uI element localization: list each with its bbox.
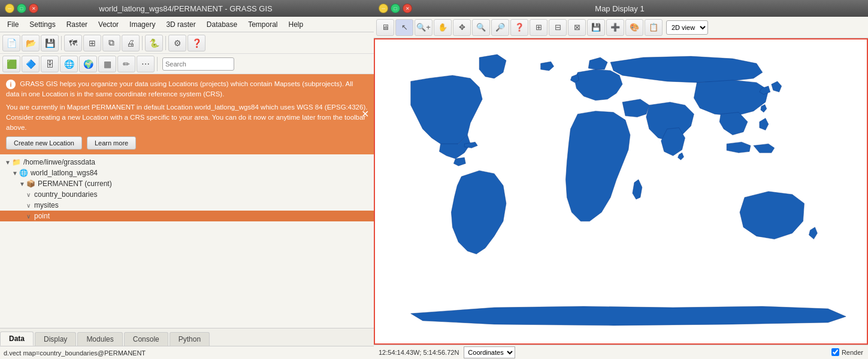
menu-temporal[interactable]: Temporal	[243, 19, 282, 30]
file-tree: ▼ 📁 /home/linwe/grassdata ▼ 🌐 world_latl…	[0, 154, 374, 328]
right-maximize-button[interactable]: □	[391, 4, 400, 13]
menu-help[interactable]: Help	[284, 19, 309, 30]
add-legend-button[interactable]: 📋	[645, 19, 663, 36]
add-element-button[interactable]: ➕	[606, 19, 624, 36]
coordinates-text: 12:54:14.43W; 5:14:56.72N	[379, 349, 459, 356]
status-text: d.vect map=country_boundaries@PERMANENT	[4, 349, 146, 357]
right-title-bar: ─ □ ✕ Map Display 1	[374, 0, 868, 17]
info-close-button[interactable]: ✕	[361, 109, 369, 119]
view-select[interactable]: 2D view 3D view	[666, 20, 708, 35]
open-button[interactable]: 📂	[22, 35, 40, 51]
mapset-icon: 📦	[26, 180, 35, 188]
right-window-title: Map Display 1	[595, 4, 644, 13]
decorations-button[interactable]: 🎨	[625, 19, 643, 36]
menu-imagery[interactable]: Imagery	[125, 19, 160, 30]
tab-display[interactable]: Display	[35, 332, 76, 346]
layer2-expand-icon: ∨	[26, 202, 31, 209]
root-expand-icon: ▼	[5, 159, 11, 166]
tree-mapset[interactable]: ▼ 📦 PERMANENT (current)	[0, 178, 374, 189]
zoom-out-button[interactable]: 🔎	[491, 19, 509, 36]
tree-location[interactable]: ▼ 🌐 world_latlong_wgs84	[0, 168, 374, 178]
left-title-bar: ─ □ ✕ world_latlong_wgs84/PERMANENT - GR…	[0, 0, 374, 17]
pointer-button[interactable]: ↖	[395, 19, 413, 36]
new-mapset-button[interactable]: 📄	[2, 35, 20, 51]
menu-bar: File Settings Raster Vector Imagery 3D r…	[0, 17, 374, 32]
info-text-2: You are currently in Mapset PERMANENT in…	[6, 102, 368, 133]
save-display-button[interactable]: 💾	[587, 19, 605, 36]
globe-icon: 🌐	[19, 169, 28, 177]
tab-data[interactable]: Data	[0, 331, 34, 346]
tab-console[interactable]: Console	[124, 332, 168, 346]
menu-3draster[interactable]: 3D raster	[161, 19, 200, 30]
python-button[interactable]: 🐍	[145, 35, 163, 51]
tree-layer-mysites[interactable]: ∨ mysites	[0, 200, 374, 211]
tab-python[interactable]: Python	[170, 332, 210, 346]
right-win-controls[interactable]: ─ □ ✕	[379, 4, 412, 13]
display-map-button[interactable]: 🖥	[376, 19, 394, 36]
zoom-in-sel-button[interactable]: 🔍+	[415, 19, 433, 36]
location-expand-icon: ▼	[12, 170, 18, 177]
menu-raster[interactable]: Raster	[62, 19, 92, 30]
info-buttons: Create new Location Learn more	[6, 136, 368, 150]
render-check: Render	[831, 348, 863, 356]
more-button[interactable]: ⋯	[137, 56, 155, 72]
mapset-expand-icon: ▼	[19, 181, 25, 187]
left-window-title: world_latlong_wgs84/PERMANENT - GRASS GI…	[99, 4, 272, 13]
query-layers-button[interactable]: ❓	[510, 19, 528, 36]
add-web2-button[interactable]: 🌍	[79, 56, 97, 72]
tree-root[interactable]: ▼ 📁 /home/linwe/grassdata	[0, 157, 374, 168]
sep4	[157, 57, 158, 71]
left-status-bar: d.vect map=country_boundaries@PERMANENT	[0, 346, 374, 359]
search-input[interactable]	[162, 57, 234, 71]
mapswipe-button[interactable]: ⧉	[102, 35, 120, 51]
add-vector-button[interactable]: 🔷	[22, 56, 40, 72]
maximize-button[interactable]: □	[17, 4, 26, 13]
settings-button[interactable]: ⚙	[168, 35, 186, 51]
sep1	[61, 36, 62, 50]
move-button[interactable]: ✥	[453, 19, 471, 36]
menu-settings[interactable]: Settings	[25, 19, 60, 30]
save-button[interactable]: 💾	[41, 35, 59, 51]
zoom-region-button[interactable]: ⊟	[549, 19, 567, 36]
layout3-button[interactable]: ▦	[98, 56, 116, 72]
bottom-tabs: Data Display Modules Console Python	[0, 328, 374, 346]
zoom-in-button[interactable]: 🔍	[472, 19, 490, 36]
create-location-button[interactable]: Create new Location	[6, 136, 82, 150]
layer1-expand-icon: ∨	[26, 191, 31, 198]
left-win-controls[interactable]: ─ □ ✕	[5, 4, 38, 13]
sep3	[165, 36, 166, 50]
pan-button[interactable]: ✋	[434, 19, 452, 36]
layout-button[interactable]: 🗺	[64, 35, 82, 51]
cartography-button[interactable]: 🖨	[122, 35, 140, 51]
add-web-button[interactable]: 🌐	[60, 56, 78, 72]
sep2	[142, 36, 143, 50]
zoom-extent-button[interactable]: ⊞	[530, 19, 548, 36]
toolbar-1: 📄 📂 💾 🗺 ⊞ ⧉ 🖨 🐍 ⚙ ❓	[0, 32, 374, 54]
tab-modules[interactable]: Modules	[77, 332, 122, 346]
right-minimize-button[interactable]: ─	[379, 4, 388, 13]
menu-file[interactable]: File	[2, 19, 23, 30]
tree-layer-point[interactable]: ∨ point	[0, 211, 374, 221]
close-button[interactable]: ✕	[29, 4, 38, 13]
add-raster-button[interactable]: 🟩	[2, 56, 20, 72]
map-status-bar: 12:54:14.43W; 5:14:56.72N Coordinates Re…	[374, 345, 868, 359]
right-close-button[interactable]: ✕	[403, 4, 412, 13]
toolbar-2: 🟩 🔷 🗄 🌐 🌍 ▦ ✏ ⋯	[0, 54, 374, 74]
menu-vector[interactable]: Vector	[93, 19, 123, 30]
minimize-button[interactable]: ─	[5, 4, 14, 13]
world-map-svg	[375, 39, 867, 343]
map-toolbar: 🖥 ↖ 🔍+ ✋ ✥ 🔍 🔎 ❓ ⊞ ⊟ ⊠ 💾 ➕ 🎨 📋 2D view 3…	[374, 17, 868, 38]
render-checkbox[interactable]	[831, 348, 839, 356]
zoom-map-button[interactable]: ⊠	[568, 19, 586, 36]
tree-layer-country[interactable]: ∨ country_boundaries	[0, 189, 374, 200]
georectify-button[interactable]: ⊞	[83, 35, 101, 51]
render-label: Render	[842, 349, 863, 356]
info-icon: i	[6, 80, 16, 89]
menu-database[interactable]: Database	[202, 19, 242, 30]
coordinates-select[interactable]: Coordinates	[464, 346, 515, 358]
digitize-button[interactable]: ✏	[117, 56, 135, 72]
add-db-button[interactable]: 🗄	[41, 56, 59, 72]
folder-icon: 📁	[12, 158, 21, 166]
help-button[interactable]: ❓	[187, 35, 205, 51]
learn-more-button[interactable]: Learn more	[87, 136, 136, 150]
